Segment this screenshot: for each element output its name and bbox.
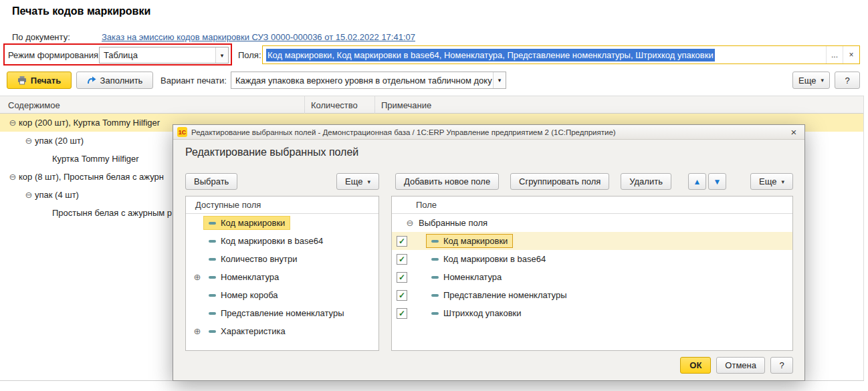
selected-more-button[interactable]: Еще ▾ [750, 173, 793, 190]
1c-logo-icon: 1С [177, 127, 187, 137]
document-label: По документу: [12, 32, 70, 42]
edit-selected-fields-dialog: 1С Редактирование выбранных полей - Демо… [173, 124, 805, 381]
checkbox[interactable]: ✓ [397, 236, 407, 247]
delete-label: Удалить [629, 176, 663, 186]
fields-label: Поля: [238, 50, 261, 60]
fill-button[interactable]: Заполнить [76, 72, 153, 89]
close-icon[interactable]: × [786, 126, 802, 138]
more-label: Еще [759, 176, 776, 186]
field-label: Представление номенклатуры [221, 308, 344, 318]
group-fields-button[interactable]: Сгруппировать поля [510, 173, 609, 190]
add-field-label: Добавить новое поле [404, 176, 490, 186]
dialog-window-title: Редактирование выбранных полей - Демонст… [191, 128, 782, 136]
checkbox[interactable]: ✓ [397, 308, 407, 319]
collapse-icon[interactable]: ⊖ [404, 218, 416, 228]
fill-label: Заполнить [100, 76, 143, 86]
collapse-icon[interactable]: ⊖ [23, 190, 35, 200]
column-content[interactable]: Содержимое [8, 100, 60, 110]
selected-field-row[interactable]: ✓ Штрихкод упаковки [392, 304, 792, 322]
column-note[interactable]: Примечание [381, 100, 431, 110]
collapse-icon[interactable]: ⊖ [23, 136, 35, 146]
add-field-button[interactable]: Добавить новое поле [395, 173, 499, 190]
fields-clear-button[interactable]: × [843, 46, 859, 63]
mode-value: Таблица [100, 47, 215, 63]
selected-fields-header: Поле [392, 197, 792, 214]
print-variant-select[interactable]: Каждая упаковка верхнего уровня в отдель… [231, 72, 506, 89]
available-fields-header: Доступные поля [186, 197, 378, 214]
help-button[interactable]: ? [835, 72, 860, 89]
available-more-button[interactable]: Еще ▾ [336, 173, 379, 190]
field-label: Количество внутри [221, 254, 297, 264]
chevron-down-icon[interactable]: ▾ [215, 47, 228, 63]
field-icon [431, 258, 439, 261]
row-label: кор (8 шт), Простыня белая с ажурн [19, 172, 164, 182]
available-field-item[interactable]: Представление номенклатуры [186, 304, 378, 322]
document-link[interactable]: Заказ на эмиссию кодов маркировки СУЗ 00… [102, 32, 415, 42]
field-icon [209, 330, 216, 333]
row-label: кор (200 шт), Куртка Tommy Hilfiger [19, 118, 160, 128]
dialog-footer: ОК Отмена ? [680, 357, 793, 374]
chevron-down-icon[interactable]: ▾ [493, 72, 506, 88]
check-icon: ✓ [399, 255, 405, 263]
select-button[interactable]: Выбрать [185, 173, 237, 190]
dialog-help-button[interactable]: ? [770, 357, 793, 374]
expand-icon[interactable]: ⊕ [191, 326, 203, 336]
ok-button[interactable]: ОК [680, 357, 711, 374]
available-fields-panel: Доступные поля Код маркировки Код маркир… [185, 196, 379, 351]
collapse-icon[interactable]: ⊖ [7, 172, 19, 182]
field-icon [209, 222, 216, 225]
checkbox[interactable]: ✓ [397, 272, 407, 283]
check-icon: ✓ [399, 309, 405, 317]
more-label: Еще [345, 176, 362, 186]
check-icon: ✓ [399, 273, 405, 281]
field-icon [209, 294, 216, 297]
check-icon: ✓ [399, 237, 405, 245]
more-button[interactable]: Еще ▾ [792, 72, 830, 89]
column-divider [374, 96, 375, 114]
root-label: Выбранные поля [419, 218, 487, 228]
field-icon [209, 258, 216, 261]
field-label: Номенклатура [221, 272, 279, 282]
field-label: Штрихкод упаковки [443, 308, 522, 318]
checkbox[interactable]: ✓ [397, 290, 407, 301]
arrow-up-icon: ▲ [693, 177, 701, 186]
dialog-titlebar[interactable]: 1С Редактирование выбранных полей - Демо… [173, 125, 804, 140]
mode-select[interactable]: Таблица ▾ [99, 47, 229, 63]
expand-icon[interactable]: ⊕ [191, 272, 203, 282]
selected-field-row[interactable]: ✓ Код маркировки [392, 232, 792, 250]
cancel-label: Отмена [725, 360, 756, 370]
available-field-item[interactable]: ⊕ Характеристика [186, 322, 378, 340]
field-label: Код маркировки [221, 218, 285, 228]
delete-button[interactable]: Удалить [621, 173, 671, 190]
arrow-down-icon: ▼ [713, 177, 721, 186]
available-field-item[interactable]: Количество внутри [186, 250, 378, 268]
available-field-item[interactable]: Код маркировки в base64 [186, 232, 378, 250]
move-up-button[interactable]: ▲ [688, 173, 706, 190]
fields-choose-button[interactable]: ... [826, 46, 843, 63]
table-right-border [863, 96, 864, 381]
collapse-icon[interactable]: ⊖ [7, 118, 19, 128]
available-field-item[interactable]: ⊕ Номенклатура [186, 268, 378, 286]
fields-text-area[interactable]: Код маркировки, Код маркировки в base64,… [263, 46, 826, 63]
field-icon [431, 294, 439, 297]
available-field-item[interactable]: Код маркировки [186, 214, 378, 232]
available-field-item[interactable]: Номер короба [186, 286, 378, 304]
available-fields-toolbar: Выбрать Еще ▾ [185, 173, 379, 190]
selected-fields-root-row[interactable]: ⊖ Выбранные поля [392, 214, 792, 232]
field-label: Номенклатура [443, 272, 502, 282]
check-icon: ✓ [399, 291, 405, 299]
cancel-button[interactable]: Отмена [716, 357, 765, 374]
fields-input[interactable]: Код маркировки, Код маркировки в base64,… [262, 45, 860, 64]
field-icon [431, 312, 439, 315]
checkbox[interactable]: ✓ [397, 254, 407, 265]
selected-field-row[interactable]: ✓ Номенклатура [392, 268, 792, 286]
column-divider [304, 96, 305, 114]
field-label: Представление номенклатуры [443, 290, 567, 300]
print-label: Печать [31, 76, 61, 86]
column-quantity[interactable]: Количество [311, 100, 358, 110]
field-icon [431, 240, 439, 243]
move-down-button[interactable]: ▼ [708, 173, 726, 190]
selected-field-row[interactable]: ✓ Представление номенклатуры [392, 286, 792, 304]
selected-field-row[interactable]: ✓ Код маркировки в base64 [392, 250, 792, 268]
print-button[interactable]: Печать [7, 72, 72, 89]
